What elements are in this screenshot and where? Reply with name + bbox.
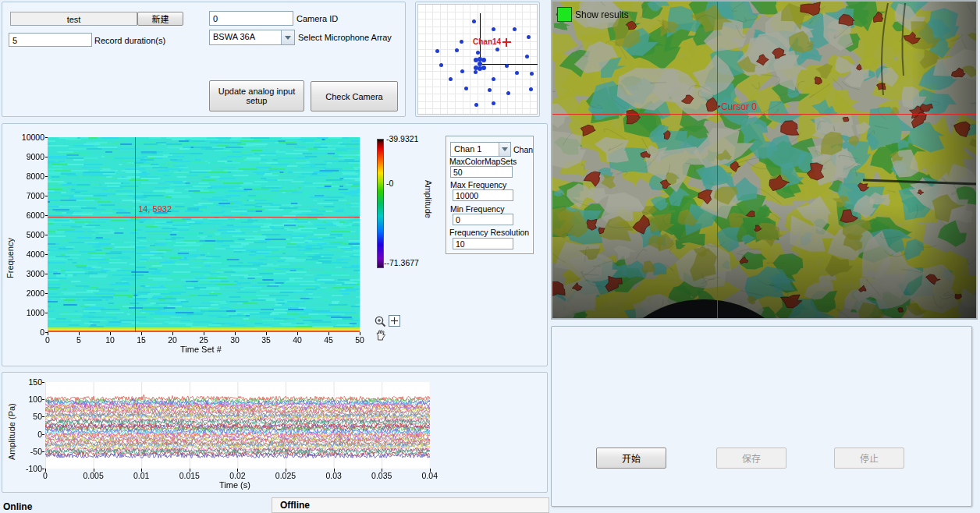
mic-axis-horizontal: [480, 64, 538, 65]
frequency-resolution-field[interactable]: 10: [453, 238, 513, 249]
mic-dot: [476, 51, 480, 55]
mic-dot: [515, 71, 519, 75]
channel-select-value: Chan 1: [454, 144, 481, 154]
stop-button[interactable]: 停止: [834, 448, 904, 469]
save-button[interactable]: 保存: [716, 448, 786, 469]
max-frequency-field[interactable]: 10000: [453, 189, 513, 201]
min-frequency-field[interactable]: 0: [453, 214, 513, 225]
waveform-ylabel: Amplitude (Pa): [7, 390, 16, 460]
online-status-label: Online: [3, 501, 32, 512]
camera-result-view[interactable]: Cursor 0 Show results: [551, 0, 978, 320]
spectrogram-cursor-hline[interactable]: [48, 217, 360, 218]
mic-dot: [455, 48, 459, 52]
spectrogram-cursor-label: 14, 5932: [138, 204, 172, 214]
start-button[interactable]: 开始: [596, 448, 666, 469]
mic-dot: [505, 64, 509, 68]
camera-cursor-label: Cursor 0: [721, 101, 757, 112]
colorbar-max-label: -39.9321: [386, 134, 418, 143]
record-duration-label: Record duration(s): [94, 36, 165, 45]
acoustic-map-image[interactable]: [552, 2, 976, 318]
spectrogram-plot[interactable]: [48, 137, 360, 332]
mic-dot: [478, 66, 482, 71]
mic-dot: [435, 49, 439, 53]
waveform-plot[interactable]: [45, 382, 430, 469]
camera-cursor-vline[interactable]: [717, 2, 718, 318]
offline-status-label: Offline: [280, 500, 310, 511]
check-camera-button[interactable]: Check Camera: [311, 81, 398, 111]
record-duration-field[interactable]: 5: [9, 33, 92, 47]
camera-cursor-hline[interactable]: [552, 114, 976, 115]
run-control-panel: 开始 保存 停止: [551, 326, 972, 507]
mic-dot: [492, 27, 495, 31]
camera-id-field[interactable]: 0: [209, 11, 293, 26]
mic-dot: [530, 72, 534, 76]
test-name-field[interactable]: test: [10, 12, 137, 26]
mic-dot: [492, 101, 495, 105]
max-colormap-label: MaxColorMapSets: [449, 157, 517, 166]
channel-select[interactable]: Chan 1: [450, 142, 511, 157]
mic-array-label: Select Microphone Array: [298, 33, 392, 42]
mic-dot: [449, 77, 453, 81]
colorbar-mid-label: -0: [386, 179, 393, 188]
channel-controls-box: Chan 1 Chan MaxColorMapSets 50 Max Frequ…: [446, 136, 534, 254]
mic-dot: [525, 55, 529, 58]
mic-dot: [492, 77, 495, 81]
offline-status-bar: Offline: [272, 497, 549, 513]
mic-dot: [474, 103, 478, 107]
mic-cursor-label: Chan14: [473, 37, 501, 46]
mic-array-value: BSWA 36A: [213, 32, 255, 41]
new-button[interactable]: 新建: [137, 12, 183, 26]
mic-dot: [464, 87, 468, 90]
mic-dot: [460, 40, 463, 44]
update-analog-input-button[interactable]: Update analog input setup: [209, 80, 304, 111]
mic-array-plot[interactable]: Chan14: [417, 4, 538, 115]
max-frequency-label: Max Frequency: [450, 180, 506, 189]
spectrogram-xlabel: Time Set #: [180, 345, 222, 354]
max-colormap-field[interactable]: 50: [450, 166, 513, 178]
mic-dot: [474, 70, 478, 74]
mic-dot: [495, 48, 499, 51]
amplitude-colorbar: [377, 139, 384, 268]
frequency-resolution-label: Frequency Resolution: [449, 228, 529, 237]
mic-array-panel: Chan14: [415, 2, 540, 117]
spectrogram-cursor-vline[interactable]: [135, 137, 136, 332]
chevron-down-icon[interactable]: [499, 143, 510, 156]
pan-hand-icon[interactable]: [375, 329, 387, 341]
mic-dot: [439, 63, 443, 67]
min-frequency-label: Min Frequency: [450, 204, 504, 214]
mic-dot: [472, 19, 476, 23]
spectrogram-panel: Frequency 100009000800070006000500040003…: [2, 123, 548, 366]
mic-dot: [478, 57, 482, 62]
waveform-xlabel: Time (s): [219, 480, 250, 490]
mic-dot: [527, 35, 531, 39]
mic-dot: [506, 91, 510, 95]
zoom-tool-icon[interactable]: [374, 315, 387, 328]
camera-id-label: Camera ID: [296, 14, 338, 23]
channel-select-label: Chan: [513, 145, 533, 154]
cursor-tool-icon[interactable]: [389, 315, 400, 327]
show-results-label: Show results: [575, 9, 629, 20]
show-results-checkbox[interactable]: [557, 7, 572, 22]
chan14-cross-icon: [506, 38, 507, 47]
setup-panel: test 新建 0 Camera ID 5 Record duration(s)…: [2, 2, 406, 117]
mic-dot: [529, 87, 533, 91]
mic-dot: [460, 69, 464, 73]
mic-dot: [513, 27, 517, 31]
chevron-down-icon[interactable]: [281, 30, 294, 44]
colorbar-axis-label: Amplitude: [424, 180, 433, 258]
colorbar-min-label: --71.3677: [384, 258, 419, 267]
waveform-panel: Amplitude (Pa) 150100500-50-100 00.0050.…: [2, 372, 548, 493]
spectrogram-ylabel: Frequency: [5, 193, 15, 278]
mic-array-select[interactable]: BSWA 36A: [209, 30, 295, 45]
mic-dot: [488, 88, 492, 92]
